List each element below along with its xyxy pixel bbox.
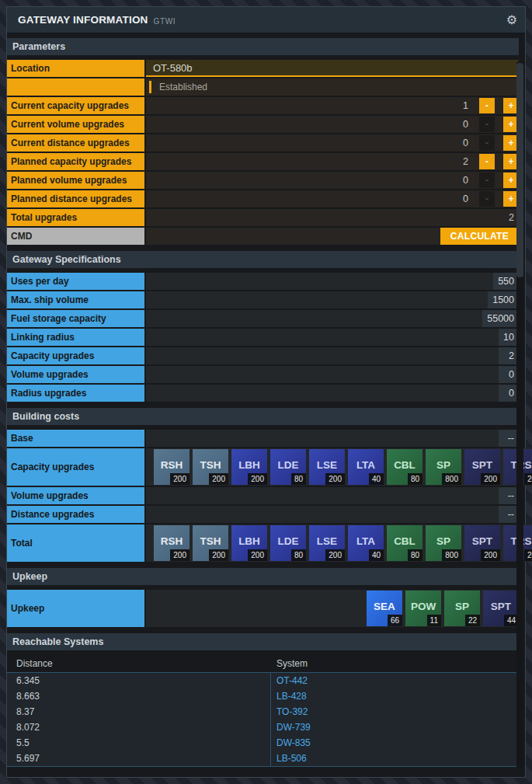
system-cell: LB-428 xyxy=(271,688,519,704)
material-tile-rsh[interactable]: RSH200 xyxy=(154,525,190,561)
material-amount: 200 xyxy=(481,473,500,485)
material-ticker: LBH xyxy=(238,535,260,547)
material-ticker: TSH xyxy=(200,459,221,471)
stepper-value: 0 xyxy=(146,175,479,186)
stepper-label: Planned volume upgrades xyxy=(7,172,144,189)
spec-label: Linking radius xyxy=(7,329,144,346)
upkeep-value-area: SEA66POW11SP22SPT44 xyxy=(146,590,519,627)
spec-row: Uses per day550 xyxy=(7,273,519,290)
material-tile-lta[interactable]: LTA40 xyxy=(348,525,384,561)
system-column-header: System xyxy=(271,658,519,669)
settings-gear-icon[interactable]: ⚙ xyxy=(506,14,517,26)
material-tile-lbh[interactable]: LBH200 xyxy=(231,525,267,561)
material-tile-spt[interactable]: SPT200 xyxy=(464,449,500,485)
material-tile-lde[interactable]: LDE80 xyxy=(270,525,306,561)
system-link[interactable]: DW-835 xyxy=(276,737,311,748)
status-value-area: Established xyxy=(146,78,519,96)
material-tile-spt[interactable]: SPT44 xyxy=(483,591,519,626)
material-amount: 200 xyxy=(170,549,190,561)
stepper-value: 0 xyxy=(146,119,479,130)
material-ticker: LDE xyxy=(278,535,299,547)
material-ticker: RSH xyxy=(161,459,183,471)
location-input[interactable]: OT-580b xyxy=(146,60,519,77)
stepper-row: Planned distance upgrades0-+ xyxy=(7,190,519,207)
spec-value-area: 0 xyxy=(146,385,519,402)
material-ticker: CBL xyxy=(394,535,416,547)
material-tile-pow[interactable]: POW11 xyxy=(405,591,441,626)
material-amount: 200 xyxy=(209,549,228,561)
material-amount: 200 xyxy=(248,473,267,485)
stepper-value: 1 xyxy=(146,100,479,111)
material-tile-cbl[interactable]: CBL80 xyxy=(387,449,422,485)
calculate-button[interactable]: CALCULATE xyxy=(440,228,519,245)
scrollbar-thumb[interactable] xyxy=(516,63,523,277)
status-select[interactable]: Established xyxy=(146,78,519,96)
material-ticker: SPT xyxy=(472,459,492,471)
spec-label: Max. ship volume xyxy=(7,291,144,308)
base-cost-value-area: -- xyxy=(146,430,519,447)
selected-option-indicator xyxy=(149,81,151,93)
table-row: 6.345OT-442 xyxy=(7,673,519,688)
location-row: Location OT-580b xyxy=(7,60,519,77)
material-ticker: SP xyxy=(455,601,469,612)
decrement-button: - xyxy=(479,135,495,151)
spec-label: Radius upgrades xyxy=(7,385,144,402)
capacity-upgrades-materials: RSH200TSH200LBH200LDE80LSE200LTA40CBL80S… xyxy=(146,449,532,485)
capacity-upgrades-cost-row: Capacity upgrades RSH200TSH200LBH200LDE8… xyxy=(7,448,519,486)
material-tile-sea[interactable]: SEA66 xyxy=(367,591,402,626)
material-tile-sp[interactable]: SP800 xyxy=(426,525,461,561)
section-header-building-costs: Building costs xyxy=(7,408,519,425)
spec-value-area: 0 xyxy=(146,366,519,383)
distance-upgrades-cost-value-area: -- xyxy=(146,506,519,523)
stepper-label: Current distance upgrades xyxy=(7,134,144,152)
stepper-value-area: 0-+ xyxy=(146,134,519,152)
material-tile-sp[interactable]: SP22 xyxy=(444,591,480,626)
decrement-button[interactable]: - xyxy=(479,98,495,113)
material-tile-spt[interactable]: SPT200 xyxy=(464,525,500,561)
spec-label: Volume upgrades xyxy=(7,366,144,383)
section-header-specifications: Gateway Specifications xyxy=(7,251,519,268)
material-tile-sp[interactable]: SP800 xyxy=(426,449,461,485)
spec-label: Capacity upgrades xyxy=(7,347,144,364)
material-tile-lde[interactable]: LDE80 xyxy=(270,449,306,485)
material-amount: 80 xyxy=(291,473,306,485)
system-link[interactable]: OT-442 xyxy=(276,675,308,686)
material-tile-lse[interactable]: LSE200 xyxy=(309,449,345,485)
volume-upgrades-cost-label: Volume upgrades xyxy=(7,487,144,504)
system-cell: OT-442 xyxy=(271,673,519,688)
material-tile-tsh[interactable]: TSH200 xyxy=(193,449,228,485)
material-tile-lbh[interactable]: LBH200 xyxy=(231,449,267,485)
material-ticker: LSE xyxy=(317,459,337,471)
system-link[interactable]: LB-506 xyxy=(276,753,307,764)
material-tile-cbl[interactable]: CBL80 xyxy=(387,525,422,561)
cmd-value-area: CALCULATE xyxy=(146,228,519,245)
upkeep-label: Upkeep xyxy=(7,590,144,627)
material-ticker: LBH xyxy=(238,459,260,471)
system-link[interactable]: DW-739 xyxy=(276,722,311,733)
window-code: GTWI xyxy=(154,15,176,26)
volume-upgrades-cost-row: Volume upgrades -- xyxy=(7,487,519,504)
total-cost-value-area: RSH200TSH200LBH200LDE80LSE200LTA40CBL80S… xyxy=(146,524,532,562)
distance-upgrades-cost-label: Distance upgrades xyxy=(7,506,144,523)
spec-value-area: 550 xyxy=(146,273,519,290)
stepper-row: Planned volume upgrades0-+ xyxy=(7,172,519,189)
system-link[interactable]: LB-428 xyxy=(276,691,307,702)
decrement-button: - xyxy=(479,172,495,188)
system-link[interactable]: TO-392 xyxy=(276,706,308,717)
material-tile-tsh[interactable]: TSH200 xyxy=(193,525,228,561)
window-content: Parameters Location OT-580b Established … xyxy=(7,33,525,777)
material-tile-lta[interactable]: LTA40 xyxy=(348,449,384,485)
stepper-value-area: 0-+ xyxy=(146,190,519,207)
reachable-table-body: 6.345OT-4428.663LB-4288.37TO-3928.072DW-… xyxy=(7,673,519,767)
stepper-label: Planned distance upgrades xyxy=(7,190,144,207)
material-tile-lse[interactable]: LSE200 xyxy=(309,525,345,561)
material-ticker: CBL xyxy=(394,459,416,471)
material-ticker: LTA xyxy=(356,535,375,547)
material-amount: 66 xyxy=(388,615,402,626)
decrement-button[interactable]: - xyxy=(479,154,495,169)
base-cost-label: Base xyxy=(7,430,144,447)
table-row: 8.663LB-428 xyxy=(7,688,519,704)
stepper-rows: Current capacity upgrades1-+Current volu… xyxy=(7,97,519,207)
material-tile-rsh[interactable]: RSH200 xyxy=(154,449,190,485)
section-header-upkeep: Upkeep xyxy=(7,568,519,585)
